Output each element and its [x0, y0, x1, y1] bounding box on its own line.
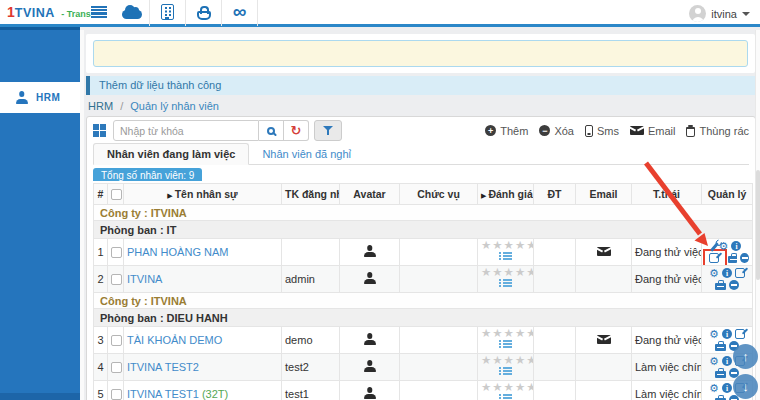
row-checkbox[interactable]	[111, 335, 122, 346]
table-row: 3 TÀI KHOẢN DEMO demo ★★★★★ Đang thử việ…	[94, 327, 753, 354]
account-cell: demo	[282, 327, 340, 354]
edit-icon[interactable]	[735, 329, 745, 339]
breadcrumb-root[interactable]: HRM	[88, 100, 113, 112]
position-cell	[400, 327, 478, 354]
logo-name: TVINA	[15, 6, 55, 20]
bag-nav-button[interactable]	[186, 0, 222, 26]
col-phone[interactable]: ĐT	[534, 184, 576, 205]
trash-label: Thùng rác	[699, 125, 749, 137]
gear-icon[interactable]	[719, 241, 729, 252]
row-checkbox[interactable]	[111, 247, 122, 258]
row-checkbox[interactable]	[111, 274, 122, 285]
edit-icon[interactable]	[709, 253, 719, 263]
email-button[interactable]: Email	[630, 125, 676, 137]
row-checkbox[interactable]	[111, 389, 122, 400]
user-avatar	[689, 5, 706, 22]
employee-name-link[interactable]: ITVINA	[127, 273, 162, 285]
col-select	[108, 184, 124, 205]
col-position[interactable]: Chức vụ	[400, 184, 478, 205]
briefcase-icon[interactable]	[715, 344, 726, 351]
rating-detail-icon[interactable]	[499, 394, 512, 400]
search-input[interactable]	[113, 120, 259, 141]
search-group	[113, 120, 309, 141]
scroll-up-button[interactable]	[733, 344, 758, 369]
delete-button[interactable]: Xóa	[539, 125, 574, 137]
remove-icon[interactable]	[729, 280, 739, 290]
col-rating[interactable]: Đánh giá	[478, 184, 534, 205]
gear-icon[interactable]	[709, 329, 719, 340]
sidebar-item-hrm[interactable]: HRM	[0, 82, 80, 113]
table-header-row: # Tên nhân sự TK đăng nhập Avatar Chức v…	[94, 184, 753, 205]
briefcase-icon[interactable]	[715, 283, 726, 290]
col-email[interactable]: Email	[576, 184, 632, 205]
gear-icon[interactable]	[709, 383, 719, 394]
sms-button[interactable]: Sms	[585, 125, 619, 137]
gear-icon[interactable]	[709, 356, 719, 367]
rating-stars[interactable]: ★★★★★	[481, 382, 530, 393]
employee-name-link[interactable]: ITVINA TEST2	[127, 361, 199, 373]
sort-icon	[167, 192, 172, 199]
employee-name-link[interactable]: TÀI KHOẢN DEMO	[127, 334, 222, 346]
manage-cell	[702, 266, 753, 293]
employee-name-link[interactable]: PHAN HOÀNG NAM	[127, 246, 228, 258]
info-icon[interactable]	[722, 268, 732, 278]
info-icon[interactable]	[722, 383, 732, 393]
edit-icon[interactable]	[735, 268, 745, 278]
email-label: Email	[648, 125, 676, 137]
envelope-icon	[630, 126, 644, 135]
add-label: Thêm	[500, 125, 528, 137]
username-label: itvina	[711, 8, 737, 20]
trash-button[interactable]: Thùng rác	[686, 125, 749, 137]
col-status[interactable]: T.thái	[632, 184, 702, 205]
rating-stars[interactable]: ★★★★★	[481, 355, 530, 366]
scroll-down-button[interactable]	[733, 374, 758, 399]
tab-working-employees[interactable]: Nhân viên đang làm việc	[93, 143, 249, 165]
gear-icon[interactable]	[709, 268, 719, 279]
col-num: #	[94, 184, 108, 205]
search-button[interactable]	[259, 120, 284, 141]
menu-toggle-button[interactable]	[84, 0, 114, 26]
email-envelope-icon[interactable]	[597, 247, 611, 256]
tab-resigned-employees[interactable]: Nhân viên đã nghỉ	[249, 144, 364, 164]
rating-detail-icon[interactable]	[499, 279, 512, 289]
rating-stars[interactable]: ★★★★★	[481, 240, 530, 251]
top-navbar: 1TVINA - Trans itvina	[0, 0, 760, 27]
info-icon[interactable]	[722, 329, 732, 339]
col-name[interactable]: Tên nhân sự	[124, 184, 282, 205]
scrollbar[interactable]	[755, 30, 760, 400]
user-menu[interactable]: itvina	[689, 0, 750, 27]
grid-view-icon[interactable]	[93, 124, 106, 137]
link-nav-button[interactable]	[222, 0, 258, 26]
employee-name-link[interactable]: ITVINA TEST1	[127, 388, 199, 400]
briefcase-icon[interactable]	[728, 256, 737, 263]
info-icon[interactable]	[722, 356, 732, 366]
cloud-nav-button[interactable]	[114, 0, 150, 26]
info-icon[interactable]	[731, 241, 741, 251]
building-nav-button[interactable]	[150, 0, 186, 26]
scrollbar-thumb[interactable]	[756, 170, 760, 280]
phone-cell	[534, 354, 576, 381]
rating-stars[interactable]: ★★★★★	[481, 267, 530, 278]
briefcase-icon[interactable]	[715, 371, 726, 378]
add-button[interactable]: Thêm	[485, 125, 528, 137]
refresh-button[interactable]	[284, 120, 309, 141]
app-logo[interactable]: 1TVINA - Trans	[0, 3, 84, 21]
row-checkbox[interactable]	[111, 362, 122, 373]
remove-icon[interactable]	[740, 253, 749, 263]
filter-dropdown-button[interactable]	[314, 120, 342, 141]
breadcrumb-current[interactable]: Quản lý nhân viên	[130, 100, 219, 112]
select-all-checkbox[interactable]	[111, 189, 122, 200]
rating-detail-icon[interactable]	[499, 367, 512, 377]
col-account[interactable]: TK đăng nhập	[282, 184, 340, 205]
row-index: 3	[94, 327, 108, 354]
position-cell	[400, 381, 478, 400]
plus-circle-icon	[485, 125, 496, 136]
sidebar: HRM	[0, 30, 80, 400]
rating-stars[interactable]: ★★★★★	[481, 328, 530, 339]
department-group-label: Phòng ban : IT	[94, 221, 753, 239]
rating-detail-icon[interactable]	[499, 252, 512, 262]
rating-detail-icon[interactable]	[499, 340, 512, 350]
breadcrumb-separator: /	[120, 100, 123, 112]
avatar-icon	[364, 245, 376, 257]
email-envelope-icon[interactable]	[597, 335, 611, 344]
